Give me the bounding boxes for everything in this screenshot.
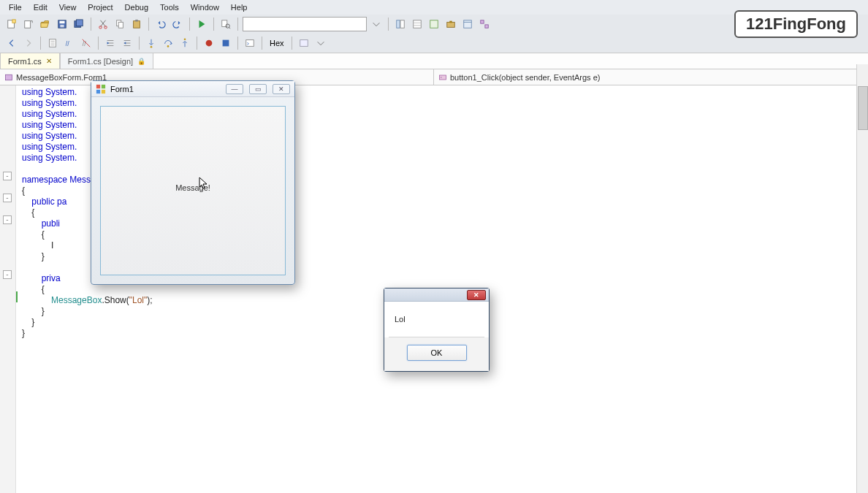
method-icon	[438, 73, 447, 82]
menu-help[interactable]: Help	[225, 1, 254, 13]
close-button[interactable]: ✕	[273, 84, 290, 94]
vertical-scrollbar[interactable]	[856, 64, 868, 493]
menu-view[interactable]: View	[53, 1, 83, 13]
change-marker	[16, 291, 18, 302]
extensions-icon[interactable]	[477, 17, 492, 31]
method-dropdown[interactable]: button1_Click(object sender, EventArgs e…	[434, 69, 868, 85]
cut-icon[interactable]	[96, 17, 110, 31]
svg-rect-35	[6, 74, 12, 80]
close-icon[interactable]: ✕	[46, 57, 52, 65]
menu-debug[interactable]: Debug	[119, 1, 154, 13]
menu-tools[interactable]: Tools	[154, 1, 185, 13]
menu-file[interactable]: File	[3, 1, 28, 13]
add-item-icon[interactable]	[21, 17, 36, 31]
messagebox-text: Lol	[384, 302, 489, 326]
nav-forward-icon[interactable]	[21, 36, 36, 50]
step-over-icon[interactable]	[161, 36, 175, 50]
comment-icon[interactable]: //	[62, 36, 77, 50]
menu-project[interactable]: Project	[82, 1, 118, 13]
app-icon	[96, 84, 106, 94]
uncomment-icon[interactable]: //	[79, 36, 94, 50]
cursor-icon	[199, 177, 209, 190]
svg-text://: //	[66, 40, 69, 47]
scrollbar-thumb[interactable]	[858, 86, 868, 130]
save-icon[interactable]	[55, 17, 69, 31]
form1-title: Form1	[110, 85, 134, 93]
svg-rect-18	[414, 20, 422, 28]
hex-toggle[interactable]: Hex	[267, 39, 287, 47]
tab-label: Form1.cs	[8, 57, 42, 66]
chevron-down-icon[interactable]	[369, 17, 384, 31]
svg-point-28	[151, 46, 153, 48]
messagebox-dialog[interactable]: ✕ Lol OK	[384, 288, 490, 372]
class-icon	[4, 73, 13, 82]
messagebox-titlebar[interactable]: ✕	[384, 288, 489, 302]
svg-rect-36	[440, 75, 446, 80]
svg-rect-32	[223, 40, 229, 47]
svg-rect-7	[77, 20, 83, 26]
solution-config-dropdown[interactable]	[243, 17, 367, 31]
indent-icon[interactable]	[103, 36, 118, 50]
minimize-button[interactable]: —	[226, 84, 243, 94]
outline-toggle[interactable]: -	[3, 215, 12, 224]
breakpoints-icon[interactable]	[202, 36, 216, 50]
svg-rect-39	[102, 84, 105, 88]
tab-form1-design[interactable]: Form1.cs [Design] 🔒	[60, 53, 153, 69]
undo-icon[interactable]	[153, 17, 168, 31]
save-all-icon[interactable]	[72, 17, 86, 31]
svg-rect-40	[96, 89, 100, 93]
paste-icon[interactable]	[129, 17, 144, 31]
solution-explorer-icon[interactable]	[393, 17, 408, 31]
toolbox-icon[interactable]	[443, 17, 458, 31]
immediate-icon[interactable]	[243, 36, 257, 50]
svg-rect-34	[300, 40, 308, 47]
svg-rect-14	[222, 20, 227, 27]
open-icon[interactable]	[38, 17, 53, 31]
object-browser-icon[interactable]	[427, 17, 441, 31]
step-into-icon[interactable]	[144, 36, 159, 50]
chevron-down-icon[interactable]	[313, 36, 328, 50]
copy-icon[interactable]	[113, 17, 127, 31]
start-page-icon[interactable]	[460, 17, 475, 31]
svg-rect-41	[102, 89, 105, 93]
properties-icon[interactable]	[410, 17, 425, 31]
menu-edit[interactable]: Edit	[28, 1, 53, 13]
svg-rect-12	[134, 21, 140, 28]
tab-form1-cs[interactable]: Form1.cs ✕	[0, 53, 60, 69]
outdent-icon[interactable]	[120, 36, 134, 50]
watermark-label: 121FingFong	[734, 10, 858, 38]
redo-icon[interactable]	[170, 17, 185, 31]
svg-rect-17	[400, 20, 404, 28]
svg-rect-24	[485, 25, 488, 28]
svg-point-37	[441, 77, 442, 78]
svg-rect-4	[60, 21, 65, 24]
close-button[interactable]: ✕	[467, 290, 486, 300]
find-in-files-icon[interactable]	[218, 17, 233, 31]
start-debug-icon[interactable]	[194, 17, 209, 31]
outline-toggle[interactable]: -	[3, 194, 12, 202]
ok-button[interactable]: OK	[407, 345, 467, 361]
svg-rect-5	[60, 25, 64, 28]
svg-rect-19	[430, 20, 438, 28]
maximize-button[interactable]: ▭	[249, 84, 267, 94]
method-dropdown-label: button1_Click(object sender, EventArgs e…	[450, 73, 600, 82]
document-tabs: Form1.cs ✕ Form1.cs [Design] 🔒	[0, 53, 868, 69]
form1-client-area[interactable]: Message!	[100, 106, 286, 275]
outline-toggle[interactable]: -	[3, 172, 12, 180]
running-form-window[interactable]: Form1 — ▭ ✕ Message!	[91, 80, 295, 285]
show-all-files-icon[interactable]	[45, 36, 60, 50]
outline-toggle[interactable]: -	[3, 270, 12, 279]
stop-icon[interactable]	[218, 36, 233, 50]
svg-point-31	[206, 40, 213, 47]
menu-window[interactable]: Window	[185, 1, 225, 13]
svg-rect-21	[449, 21, 452, 23]
svg-rect-20	[447, 22, 455, 27]
svg-rect-23	[481, 20, 484, 23]
form1-titlebar[interactable]: Form1 — ▭ ✕	[91, 81, 294, 97]
step-out-icon[interactable]	[178, 36, 192, 50]
nav-backward-icon[interactable]	[4, 36, 19, 50]
outline-gutter: - - - -	[0, 85, 16, 493]
new-project-icon[interactable]	[4, 17, 19, 31]
svg-point-30	[184, 38, 186, 40]
options-icon[interactable]	[297, 36, 311, 50]
